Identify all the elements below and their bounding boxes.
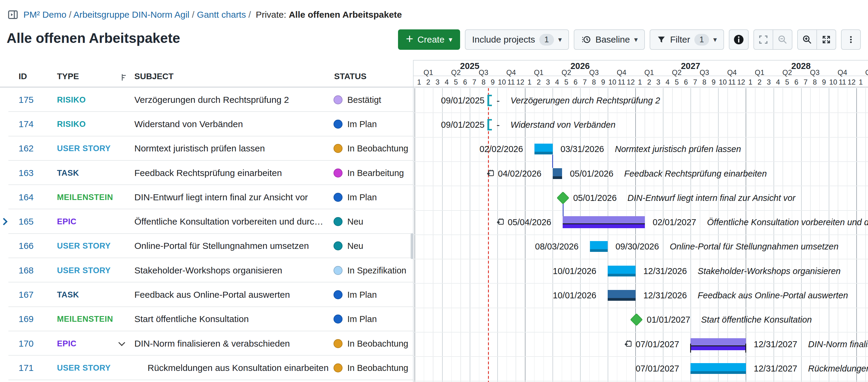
work-package-subject[interactable]: Widerstand von Verbänden (134, 119, 243, 129)
info-button[interactable] (729, 29, 749, 50)
milestone-diamond[interactable] (630, 313, 643, 326)
baseline-button[interactable]: Baseline ▾ (574, 29, 645, 50)
row-grid-line (413, 259, 868, 259)
gantt-end-label: 12/31/2027Rückmeldungen aus Konsultation… (754, 363, 868, 373)
task-bar[interactable] (553, 168, 562, 179)
gantt-chart-area[interactable]: 09/01/2025-Verzögerungen durch Rechtsprü… (413, 88, 868, 382)
work-package-id-link[interactable]: 168 (19, 265, 34, 276)
work-package-subject[interactable]: DIN-Norm finalisieren & verabschieden (134, 339, 290, 349)
breadcrumb-separator: / (190, 9, 197, 20)
table-row[interactable]: 168USER STORYStakeholder-Workshops organ… (0, 258, 413, 282)
start-date-label: 08/03/2026 (535, 242, 579, 252)
table-row[interactable]: 166USER STORYOnline-Portal für Stellungn… (0, 234, 413, 258)
zoom-out-button[interactable] (773, 29, 793, 50)
work-package-id-link[interactable]: 162 (19, 143, 34, 154)
baseline-icon (581, 34, 591, 45)
column-header-subject[interactable]: SUBJECT (134, 72, 174, 81)
work-package-type: RISIKO (57, 95, 86, 104)
table-row[interactable]: 170EPICDIN-Norm finalisieren & verabschi… (0, 331, 413, 356)
table-row[interactable]: 164MEILENSTEINDIN-Entwurf liegt intern f… (0, 185, 413, 209)
start-date-label: 05/04/2026 (508, 217, 551, 227)
timeline-quarters: Q1Q2Q3Q4Q1Q2Q3Q4Q1Q2Q3Q4Q1Q2Q3Q4Q1 (413, 70, 868, 76)
user-story-bar[interactable] (590, 241, 608, 252)
column-header-id[interactable]: ID (19, 72, 27, 81)
column-header-type[interactable]: TYPE (57, 72, 79, 81)
work-package-subject[interactable]: Start öffentliche Konsultation (134, 314, 249, 324)
zoom-auto-button[interactable] (753, 29, 773, 50)
epic-bar[interactable] (563, 216, 645, 228)
month-label: 12 (847, 78, 856, 86)
user-story-bar[interactable] (534, 144, 553, 154)
work-package-subject[interactable]: Rückmeldungen aus Konsultation einarbeit… (148, 363, 329, 373)
work-package-id-link[interactable]: 174 (19, 119, 34, 129)
work-package-id-link[interactable]: 164 (19, 192, 34, 202)
open-start-bracket[interactable] (487, 119, 492, 130)
include-projects-button[interactable]: Include projects 1 ▾ (465, 29, 569, 50)
grid-line (801, 88, 802, 382)
sort-hierarchy-icon[interactable] (121, 73, 128, 81)
year-label: 2027 (681, 61, 700, 71)
work-package-id-link[interactable]: 175 (19, 95, 34, 105)
work-package-id-link[interactable]: 170 (19, 339, 34, 349)
work-package-subject[interactable]: Verzögerungen durch Rechtsprüfung 2 (134, 95, 289, 105)
create-button[interactable]: + Create ▾ (398, 29, 460, 50)
column-header-status[interactable]: STATUS (334, 72, 367, 81)
breadcrumb-link[interactable]: PM² Demo (23, 9, 66, 20)
work-package-id-link[interactable]: 166 (19, 241, 34, 251)
month-label: 6 (684, 78, 688, 86)
table-row[interactable]: 163TASKFeedback Rechtsprüfung einarbeite… (0, 161, 413, 185)
work-package-subject[interactable]: Stakeholder-Workshops organisieren (134, 265, 282, 276)
open-start-bracket[interactable] (487, 95, 492, 106)
quarter-label: Q3 (589, 68, 599, 77)
table-row[interactable]: 175RISIKOVerzögerungen durch Rechtsprüfu… (0, 88, 413, 112)
work-package-id-link[interactable]: 167 (19, 290, 34, 300)
table-row[interactable]: 167TASKFeedback aus Online-Portal auswer… (0, 282, 413, 307)
work-package-subject[interactable]: Online-Portal für Stellungnahmen umsetze… (134, 241, 309, 251)
month-label: 3 (546, 78, 550, 86)
work-package-id-link[interactable]: 169 (19, 314, 34, 324)
work-package-id-link[interactable]: 171 (19, 363, 34, 373)
status-dot (334, 144, 343, 153)
zoom-in-button[interactable] (797, 29, 817, 50)
month-label: 2 (426, 78, 430, 86)
table-row[interactable]: 171USER STORYRückmeldungen aus Konsultat… (0, 356, 413, 380)
filter-button[interactable]: Filter 1 ▾ (650, 29, 724, 50)
task-bar[interactable] (608, 290, 636, 301)
work-package-subject[interactable]: Feedback Rechtsprüfung einarbeiten (134, 168, 282, 178)
user-story-bar[interactable] (608, 266, 636, 277)
month-label: 7 (804, 78, 807, 86)
gantt-bar-label: Verzögerungen durch Rechtsprüfung 2 (510, 95, 660, 105)
quarter-label: Q4 (617, 68, 626, 77)
pane-resize-handle[interactable] (411, 233, 413, 259)
sidebar-toggle-icon[interactable] (7, 9, 19, 21)
more-menu-button[interactable] (841, 29, 861, 50)
month-label: 1 (748, 78, 752, 86)
gantt-start-date: 05/04/2026 (497, 217, 551, 227)
table-row[interactable]: 174RISIKOWiderstand von VerbändenIm Plan (0, 112, 413, 136)
user-story-bar[interactable] (690, 363, 746, 374)
quarter-label: Q1 (644, 68, 654, 77)
status-label: Neu (347, 241, 363, 251)
work-package-id-link[interactable]: 165 (19, 217, 34, 227)
collapse-chevron-icon[interactable] (119, 339, 125, 346)
work-package-id-link[interactable]: 163 (19, 168, 34, 178)
work-package-subject[interactable]: Feedback aus Online-Portal auswerten (134, 290, 290, 300)
milestone-diamond[interactable] (557, 192, 569, 204)
grid-line (810, 88, 811, 382)
work-package-subject[interactable]: Öffentliche Konsultation vorbereiten und… (134, 217, 326, 227)
month-label: 4 (665, 78, 670, 86)
table-row[interactable]: 165EPICÖffentliche Konsultation vorberei… (0, 209, 413, 233)
table-row[interactable]: 162USER STORYNormtext juristisch prüfen … (0, 136, 413, 161)
status-label: Neu (347, 217, 363, 227)
breadcrumb-link[interactable]: Arbeitsgruppe DIN-Norm Agil (73, 9, 190, 20)
zoom-group-2 (797, 29, 836, 50)
fullscreen-button[interactable] (816, 29, 836, 50)
breadcrumb-link[interactable]: Gantt charts (197, 9, 246, 20)
gantt-end-label: 02/01/2027Öffentliche Konsultation vorbe… (653, 217, 868, 227)
work-package-subject[interactable]: Normtext juristisch prüfen lassen (134, 143, 265, 154)
table-row[interactable]: 169MEILENSTEINStart öffentliche Konsulta… (0, 307, 413, 331)
epic-bar[interactable] (690, 338, 746, 350)
work-package-subject[interactable]: DIN-Entwurf liegt intern final zur Ansic… (134, 192, 308, 202)
month-label: 5 (675, 78, 679, 86)
quarter-label: Q3 (700, 68, 709, 77)
